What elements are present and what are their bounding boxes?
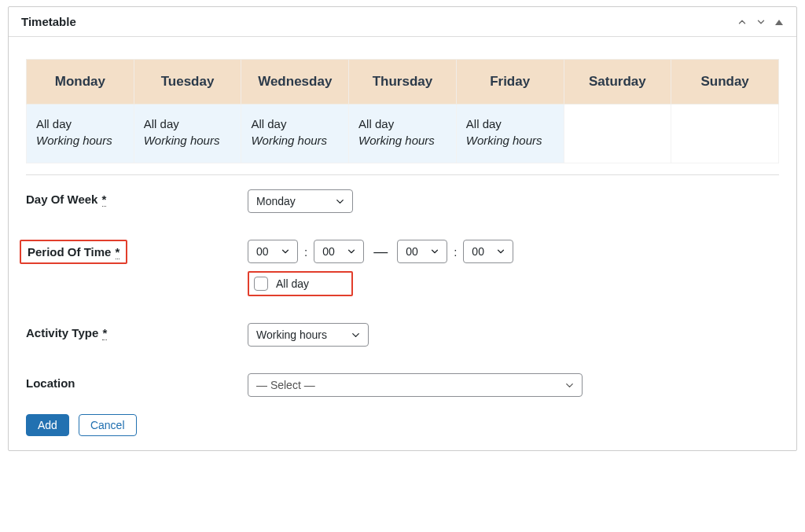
activity-type-label: Activity Type * (26, 323, 248, 339)
timetable-header-row: Monday Tuesday Wednesday Thursday Friday… (27, 60, 779, 105)
required-mark: * (116, 245, 120, 259)
time-range-row: 00 : 00 — 00 : 00 (248, 240, 779, 263)
day-header: Thursday (349, 60, 457, 105)
field-day-of-week: Day Of Week * Monday (26, 189, 779, 213)
location-select[interactable]: — Select — (248, 373, 583, 397)
location-label: Location (26, 373, 248, 390)
day-of-week-select[interactable]: Monday (248, 189, 353, 213)
label-text: Period Of Time (28, 245, 111, 259)
label-text: Activity Type (26, 326, 98, 339)
activity-type-select[interactable]: Working hours (248, 323, 369, 347)
select-value: Working hours (256, 328, 327, 341)
chevron-up-icon[interactable] (737, 17, 748, 28)
timetable-entries-row: All day Working hours All day Working ho… (27, 105, 779, 163)
end-minute-select[interactable]: 00 (463, 240, 513, 263)
cancel-button[interactable]: Cancel (79, 414, 137, 436)
required-mark: * (102, 193, 107, 207)
end-hour-select[interactable]: 00 (397, 240, 447, 263)
entry-activity: Working hours (144, 132, 232, 149)
panel-header-controls (737, 17, 784, 28)
label-text: Location (26, 376, 75, 390)
required-mark: * (102, 326, 107, 340)
chevron-down-icon (346, 246, 357, 257)
day-of-week-label: Day Of Week * (26, 189, 248, 206)
panel-header: Timetable (9, 7, 796, 37)
field-period-of-time: Period Of Time * 00 : 00 — (26, 240, 779, 296)
chevron-down-icon[interactable] (755, 17, 766, 28)
time-colon: : (454, 245, 457, 259)
panel-title: Timetable (21, 15, 76, 28)
entry-activity: Working hours (36, 132, 124, 149)
add-button[interactable]: Add (26, 414, 69, 436)
select-value: 00 (256, 245, 269, 258)
entry-all-day: All day (36, 116, 124, 132)
start-minute-select[interactable]: 00 (314, 240, 364, 263)
day-cell[interactable]: All day Working hours (134, 105, 241, 163)
day-header: Monday (27, 60, 134, 105)
field-activity-type: Activity Type * Working hours (26, 323, 779, 347)
chevron-down-icon (495, 246, 506, 257)
day-header: Wednesday (241, 60, 349, 105)
time-dash: — (370, 244, 391, 260)
select-value: 00 (472, 245, 484, 258)
form-buttons: Add Cancel (26, 414, 779, 436)
entry-all-day: All day (466, 116, 554, 132)
all-day-highlight: All day (248, 271, 353, 296)
select-value: 00 (406, 245, 418, 258)
day-cell[interactable]: All day Working hours (241, 105, 349, 163)
day-cell-empty (671, 105, 779, 163)
entry-all-day: All day (358, 116, 447, 132)
field-location: Location — Select — (26, 373, 779, 397)
chevron-down-icon (429, 246, 440, 257)
svg-marker-0 (775, 20, 783, 25)
chevron-down-icon (334, 196, 346, 207)
day-cell[interactable]: All day Working hours (349, 105, 457, 163)
day-cell-empty (564, 105, 671, 163)
day-header: Friday (456, 60, 564, 105)
day-header: Saturday (564, 60, 671, 105)
panel-body: Monday Tuesday Wednesday Thursday Friday… (9, 37, 796, 450)
entry-activity: Working hours (358, 132, 447, 149)
separator (26, 174, 779, 175)
start-hour-select[interactable]: 00 (248, 240, 298, 263)
chevron-down-icon (564, 380, 575, 391)
period-of-time-label: Period Of Time * (26, 240, 248, 264)
collapse-triangle-icon[interactable] (774, 17, 784, 27)
entry-activity: Working hours (251, 132, 339, 149)
label-text: Day Of Week (26, 193, 97, 206)
timetable-grid: Monday Tuesday Wednesday Thursday Friday… (26, 59, 779, 163)
all-day-checkbox[interactable] (254, 277, 268, 291)
day-header: Tuesday (134, 60, 241, 105)
all-day-label: All day (276, 277, 309, 290)
timetable-panel: Timetable Monday Tuesday Wednesday Thurs… (8, 6, 797, 451)
entry-all-day: All day (251, 116, 339, 132)
entry-activity: Working hours (466, 132, 554, 149)
day-cell[interactable]: All day Working hours (456, 105, 564, 163)
day-header: Sunday (671, 60, 779, 105)
chevron-down-icon (280, 246, 291, 257)
time-colon: : (304, 245, 307, 259)
day-cell[interactable]: All day Working hours (27, 105, 134, 163)
chevron-down-icon (350, 329, 362, 341)
entry-all-day: All day (144, 116, 232, 132)
select-value: — Select — (256, 379, 315, 391)
select-value: Monday (256, 195, 296, 207)
select-value: 00 (322, 245, 335, 258)
